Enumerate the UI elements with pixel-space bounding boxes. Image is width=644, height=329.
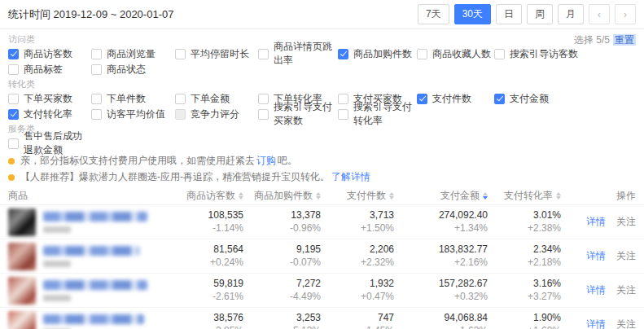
- checkbox-visitor-avg-value[interactable]: 访客平均价值: [91, 107, 175, 121]
- metric-filters: 选择 5/5重置 访问类 商品访客数 商品浏览量 平均停留时长 商品详情页跳出率…: [0, 29, 644, 182]
- column-header-cart-adds[interactable]: 商品加购件数: [243, 189, 321, 203]
- follow-link[interactable]: 关注: [616, 250, 636, 261]
- checkbox-detail-bounce-rate[interactable]: 商品详情页跳出率: [258, 47, 338, 60]
- checkbox-order-buyers[interactable]: 下单买家数: [8, 92, 91, 105]
- checkbox-icon: [175, 49, 186, 59]
- checkbox-item-pageviews[interactable]: 商品浏览量: [91, 47, 175, 60]
- checkbox-icon: [8, 64, 19, 75]
- pay-rate-cell: 2.34%+2.18%: [488, 244, 561, 268]
- checkbox-order-qty[interactable]: 下单件数: [91, 92, 175, 105]
- crowd-recommendation-notice: 【人群推荐】爆款潜力人群圈选-应用-再追踪，精准营销提升宝贝转化。 了解详情: [8, 172, 636, 182]
- checkbox-icon: [338, 94, 348, 104]
- prev-period-button[interactable]: ‹: [589, 4, 610, 24]
- follow-link[interactable]: 关注: [616, 216, 636, 227]
- stat-time-label: 统计时间 2019-12-09 ~ 2020-01-07: [8, 7, 173, 22]
- selection-count-label: 选择 5/5: [574, 34, 610, 46]
- product-info: [43, 246, 139, 267]
- checkbox-icon: [494, 94, 505, 104]
- detail-link[interactable]: 详情: [586, 216, 606, 227]
- follow-link[interactable]: 关注: [616, 318, 636, 329]
- table-row: 81,564+0.24% 9,195-0.07% 2,206+2.32% 183…: [0, 239, 644, 274]
- checkbox-search-pay-buyers[interactable]: 搜索引导支付买家数: [258, 107, 338, 121]
- checkbox-label: 商品加购件数: [353, 47, 412, 61]
- checkbox-label: 下单买家数: [24, 92, 72, 106]
- product-subtitle-blurred: [43, 226, 71, 233]
- table-row: 59,819-2.61% 7,272-4.49% 1,932+0.47% 157…: [0, 274, 644, 308]
- checkbox-item-tags[interactable]: 商品标签: [8, 63, 91, 76]
- pay-rate-cell: 3.16%+3.27%: [488, 279, 561, 302]
- product-info: [43, 314, 144, 329]
- pay-qty-cell: 2,206+2.32%: [321, 244, 394, 268]
- selection-count: 选择 5/5重置: [574, 33, 636, 47]
- column-header-label: 支付件数: [347, 189, 386, 203]
- product-title-blurred: [43, 314, 144, 324]
- date-range-group: 7天 30天 日 周 月 ‹ ›: [413, 4, 636, 24]
- checkbox-search-pay-rate[interactable]: 搜索引导支付转化率: [338, 107, 417, 121]
- column-header-pay-qty[interactable]: 支付件数: [321, 189, 394, 203]
- notice-suffix: 吧。: [278, 156, 297, 166]
- checkbox-refund-amount[interactable]: 售中售后成功退款金额: [8, 137, 91, 150]
- checkbox-icon: [8, 109, 19, 120]
- cart-adds-cell: 3,253-5.13%: [243, 313, 321, 329]
- checkbox-icon: [8, 49, 19, 59]
- range-day-button[interactable]: 日: [496, 4, 522, 24]
- pay-qty-cell: 1,932+0.47%: [321, 279, 394, 302]
- checkbox-label: 平均停留时长: [191, 47, 249, 61]
- product-cell[interactable]: [8, 277, 152, 305]
- range-30d-button[interactable]: 30天: [454, 4, 491, 24]
- checkbox-order-amount[interactable]: 下单金额: [175, 92, 258, 105]
- checkbox-label: 商品状态: [107, 63, 146, 77]
- checkbox-icon: [8, 138, 19, 149]
- checkbox-label: 商品详情页跳出率: [274, 40, 338, 68]
- checkbox-pay-qty[interactable]: 支付件数: [417, 92, 494, 105]
- detail-link[interactable]: 详情: [586, 318, 606, 329]
- pay-amount-cell: 183,832.77+2.16%: [394, 244, 488, 268]
- checkbox-item-visitors[interactable]: 商品访客数: [8, 47, 91, 60]
- paid-feature-notice: 亲，部分指标仅支持付费用户使用哦，如需使用赶紧去 订购 吧。: [8, 156, 636, 166]
- checkbox-label: 搜索引导访客数: [510, 47, 578, 61]
- column-header-pay-rate[interactable]: 支付转化率: [488, 189, 561, 203]
- checkbox-label: 下单金额: [191, 92, 230, 106]
- checkbox-item-status[interactable]: 商品状态: [91, 63, 175, 76]
- checkbox-label: 商品标签: [24, 63, 63, 77]
- range-7d-button[interactable]: 7天: [418, 4, 449, 24]
- reset-link[interactable]: 重置: [613, 34, 636, 46]
- checkbox-icon: [494, 49, 505, 59]
- column-header-label: 支付转化率: [504, 189, 553, 203]
- group-label-conversion: 转化类: [8, 79, 636, 89]
- checkbox-cart-adds[interactable]: 商品加购件数: [338, 47, 417, 60]
- column-header-label: 商品访客数: [186, 189, 235, 203]
- subscribe-link[interactable]: 订购: [256, 156, 276, 166]
- detail-link[interactable]: 详情: [586, 284, 606, 296]
- range-week-button[interactable]: 周: [527, 4, 553, 24]
- follow-link[interactable]: 关注: [616, 284, 636, 296]
- checkbox-icon: [258, 109, 269, 120]
- checkbox-label: 售中售后成功退款金额: [24, 129, 91, 157]
- range-month-button[interactable]: 月: [558, 4, 584, 24]
- next-period-button[interactable]: ›: [615, 4, 636, 24]
- learn-more-link[interactable]: 了解详情: [331, 172, 370, 182]
- product-cell[interactable]: [8, 208, 152, 236]
- checkbox-avg-stay-time[interactable]: 平均停留时长: [175, 47, 258, 60]
- checkbox-pay-amount[interactable]: 支付金额: [494, 92, 636, 105]
- checkbox-label: 商品访客数: [24, 47, 72, 61]
- detail-link[interactable]: 详情: [586, 250, 606, 261]
- checkbox-pay-rate[interactable]: 支付转化率: [8, 107, 91, 121]
- checkbox-competitiveness-score: 竞争力评分: [175, 107, 258, 121]
- pay-amount-cell: 94,068.84-1.63%: [394, 313, 488, 329]
- column-header-pay-amount[interactable]: 支付金额: [394, 189, 488, 203]
- checkbox-icon: [258, 94, 269, 104]
- column-header-visitors[interactable]: 商品访客数: [152, 189, 243, 203]
- checkbox-favorites[interactable]: 商品收藏人数: [417, 47, 494, 60]
- product-cell[interactable]: [8, 243, 152, 270]
- stat-time-bar: 统计时间 2019-12-09 ~ 2020-01-07 7天 30天 日 周 …: [0, 0, 644, 29]
- checkbox-search-visitors[interactable]: 搜索引导访客数: [494, 47, 636, 60]
- checkbox-label: 访客平均价值: [107, 107, 165, 121]
- item-analysis-page: 统计时间 2019-12-09 ~ 2020-01-07 7天 30天 日 周 …: [0, 0, 644, 329]
- checkbox-label: 商品收藏人数: [432, 47, 491, 61]
- product-thumbnail: [8, 243, 36, 270]
- product-cell[interactable]: [8, 311, 152, 329]
- checkbox-icon: [338, 109, 348, 120]
- checkbox-label: 搜索引导支付买家数: [274, 100, 338, 128]
- checkbox-icon: [91, 64, 102, 75]
